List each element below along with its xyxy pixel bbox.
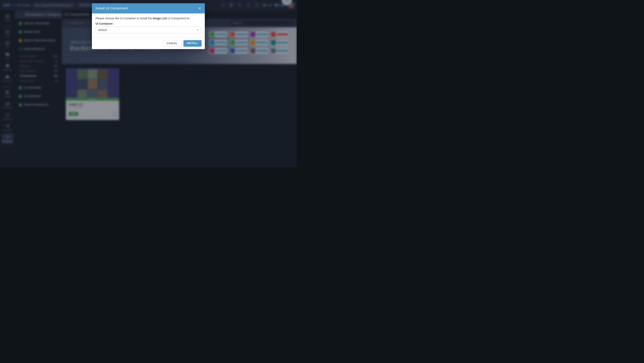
select-value: default (98, 28, 107, 31)
modal-title: Install UI Component (96, 6, 128, 10)
chevron-down-icon: ▾ (197, 28, 198, 31)
prompt-post: UI Component to: (167, 17, 190, 20)
install-button[interactable]: INSTALL (184, 40, 202, 47)
close-icon[interactable]: ✕ (198, 6, 201, 10)
ui-container-select[interactable]: default ▾ (96, 26, 201, 33)
prompt-component-name: Image List (153, 17, 167, 20)
modal-prompt: Please choose the UI Container to instal… (96, 17, 201, 20)
install-modal: Install UI Component ✕ Please choose the… (92, 3, 205, 49)
modal-footer: CANCEL INSTALL (92, 37, 205, 49)
cancel-button[interactable]: CANCEL (163, 40, 182, 47)
container-label: UI Container: (96, 22, 201, 25)
prompt-pre: Please choose the UI Container to instal… (96, 17, 153, 20)
modal-header: Install UI Component ✕ (92, 3, 205, 13)
